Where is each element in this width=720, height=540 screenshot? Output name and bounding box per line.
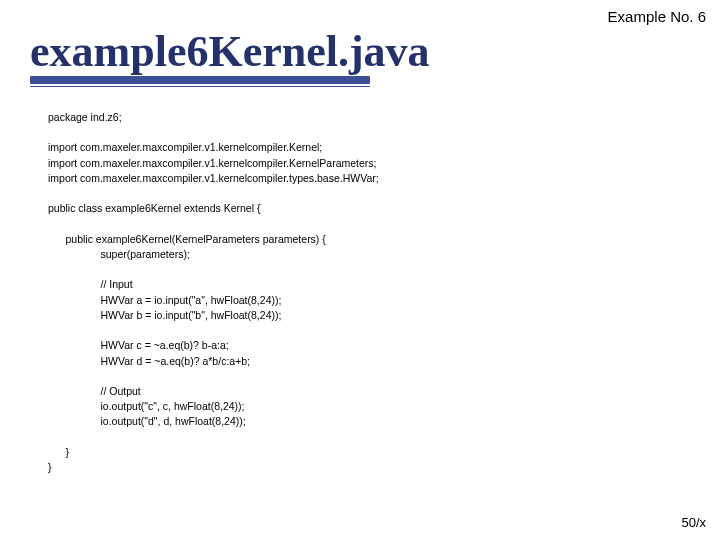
title-underline-bar [30, 76, 370, 84]
code-line: HWVar c = ~a.eq(b)? b-a:a; [48, 339, 229, 351]
code-line: import com.maxeler.maxcompiler.v1.kernel… [48, 141, 322, 153]
code-line: HWVar a = io.input("a", hwFloat(8,24)); [48, 294, 281, 306]
code-line: // Input [48, 278, 133, 290]
code-line: package ind.z6; [48, 111, 122, 123]
code-listing: package ind.z6; import com.maxeler.maxco… [48, 110, 379, 475]
title-thin-line [30, 86, 370, 87]
code-line: io.output("c", c, hwFloat(8,24)); [48, 400, 245, 412]
code-line: HWVar d = ~a.eq(b)? a*b/c:a+b; [48, 355, 250, 367]
code-line: import com.maxeler.maxcompiler.v1.kernel… [48, 157, 377, 169]
code-line: import com.maxeler.maxcompiler.v1.kernel… [48, 172, 379, 184]
code-line: } [48, 446, 69, 458]
page-number: 50/x [681, 515, 706, 530]
code-line: super(parameters); [48, 248, 190, 260]
slide-context-label: Example No. 6 [608, 8, 706, 25]
code-line: } [48, 461, 52, 473]
code-line: io.output("d", d, hwFloat(8,24)); [48, 415, 246, 427]
code-line: public example6Kernel(KernelParameters p… [48, 233, 326, 245]
code-line: HWVar b = io.input("b", hwFloat(8,24)); [48, 309, 281, 321]
code-line: public class example6Kernel extends Kern… [48, 202, 260, 214]
title-block: example6Kernel.java [30, 30, 430, 87]
page-title: example6Kernel.java [30, 30, 430, 74]
code-line: // Output [48, 385, 141, 397]
